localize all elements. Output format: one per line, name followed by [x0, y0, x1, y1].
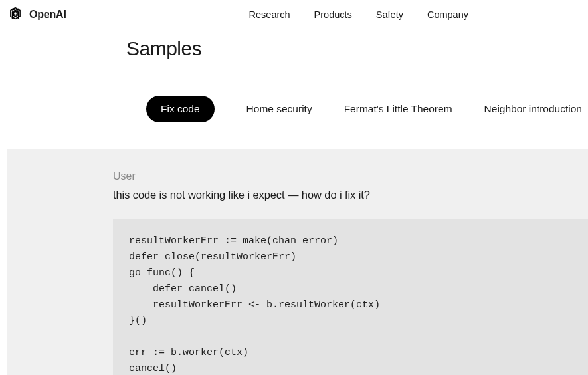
user-prompt: this code is not working like i expect —… [113, 189, 588, 201]
sample-tabs: Fix code Home security Fermat's Little T… [0, 96, 588, 122]
openai-logo-icon [7, 6, 24, 23]
tab-home-security[interactable]: Home security [246, 103, 312, 115]
sample-panel: User this code is not working like i exp… [7, 149, 588, 375]
site-header: OpenAI Research Products Safety Company [0, 0, 588, 29]
brand[interactable]: OpenAI [7, 6, 66, 23]
code-block: resultWorkerErr := make(chan error) defe… [113, 219, 588, 375]
tab-neighbor-introduction[interactable]: Neighbor introduction [484, 103, 582, 115]
tab-fix-code[interactable]: Fix code [146, 96, 215, 122]
brand-name: OpenAI [29, 9, 66, 21]
nav-products[interactable]: Products [314, 9, 352, 20]
primary-nav: Research Products Safety Company [249, 9, 468, 20]
role-label: User [113, 170, 588, 182]
nav-company[interactable]: Company [427, 9, 468, 20]
nav-research[interactable]: Research [249, 9, 290, 20]
tab-fermats-little-theorem[interactable]: Fermat's Little Theorem [344, 103, 452, 115]
page-title: Samples [126, 37, 588, 60]
svg-point-0 [13, 11, 17, 15]
nav-safety[interactable]: Safety [376, 9, 403, 20]
